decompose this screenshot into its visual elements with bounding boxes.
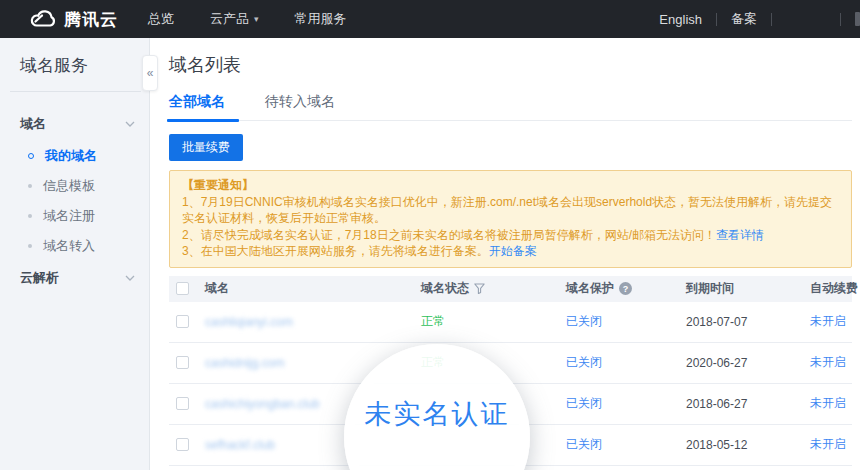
bullet-icon — [28, 244, 32, 248]
tencent-cloud-logo-icon — [30, 9, 57, 29]
filter-icon[interactable] — [474, 283, 485, 294]
notice-text: 2、请尽快完成域名实名认证，7月18日之前未实名的域名将被注册局暂停解析，网站/… — [182, 228, 716, 242]
protection-link[interactable]: 已关闭 — [566, 395, 686, 412]
bulk-renew-button[interactable]: 批量续费 — [169, 134, 243, 161]
important-notice: 【重要通知】 1、7月19日CNNIC审核机构域名实名接口优化中，新注册.com… — [169, 170, 852, 268]
sidebar-item-域名转入[interactable]: 域名转入 — [0, 231, 149, 261]
column-header-label: 域名保护 — [566, 280, 614, 297]
table-row: cashidnijg.com正常已关闭2020-06-27未开启 — [169, 343, 852, 384]
nav-beian[interactable]: 备案 — [731, 10, 757, 28]
notice-line-3: 3、在中国大陆地区开展网站服务，请先将域名进行备案。开始备案 — [182, 243, 839, 260]
expire-date: 2018-07-07 — [686, 315, 810, 329]
sidebar-divider — [10, 91, 141, 92]
select-all-checkbox[interactable] — [176, 282, 189, 295]
protection-link[interactable]: 已关闭 — [566, 436, 686, 453]
sidebar: 域名服务 域名我的域名信息模板域名注册域名转入云解析 — [0, 38, 150, 470]
row-checkbox[interactable] — [176, 438, 189, 451]
notice-link-查看详情[interactable]: 查看详情 — [716, 228, 764, 242]
notice-lines: 1、7月19日CNNIC审核机构域名实名接口优化中，新注册.com/.net域名… — [182, 194, 839, 260]
help-icon[interactable]: ? — [619, 282, 632, 295]
bullet-icon — [28, 184, 32, 188]
chevron-down-icon — [125, 275, 135, 281]
protection-link[interactable]: 已关闭 — [566, 313, 686, 330]
sidebar-section-云解析[interactable]: 云解析 — [0, 261, 149, 295]
table-header: 域名域名状态域名保护?到期时间自动续费 — [169, 276, 852, 302]
column-header-label: 域名状态 — [421, 280, 469, 297]
column-header-到期时间: 到期时间 — [686, 280, 810, 297]
page-title: 域名列表 — [169, 53, 852, 77]
masked-account-area — [786, 13, 826, 25]
nav-item-云产品[interactable]: 云产品▾ — [210, 10, 259, 28]
nav-divider — [716, 13, 717, 26]
notice-line-2: 2、请尽快完成域名实名认证，7月18日之前未实名的域名将被注册局暂停解析，网站/… — [182, 227, 839, 244]
notice-text: 3、在中国大陆地区开展网站服务，请先将域名进行备案。 — [182, 244, 489, 258]
column-header-label: 域名 — [205, 280, 229, 297]
nav-language[interactable]: English — [659, 12, 702, 27]
row-checkbox[interactable] — [176, 315, 189, 328]
column-header-域名: 域名 — [205, 280, 421, 297]
table-row: cashliqianyi.com正常已关闭2018-07-07未开启 — [169, 302, 852, 343]
sidebar-item-label: 域名转入 — [43, 237, 95, 255]
bullet-icon — [28, 153, 34, 159]
expire-date: 2018-05-12 — [686, 438, 810, 452]
sidebar-section-label: 域名 — [20, 115, 46, 133]
auto-renew-link[interactable]: 未开启 — [810, 313, 852, 330]
chevron-down-icon — [125, 121, 135, 127]
sidebar-menu: 域名我的域名信息模板域名注册域名转入云解析 — [0, 107, 149, 295]
sidebar-item-域名注册[interactable]: 域名注册 — [0, 201, 149, 231]
sidebar-item-label: 信息模板 — [43, 177, 95, 195]
sidebar-item-信息模板[interactable]: 信息模板 — [0, 171, 149, 201]
brand-name: 腾讯云 — [64, 8, 118, 31]
column-header-域名保护: 域名保护? — [566, 280, 686, 297]
top-navbar: 腾讯云 总览云产品▾常用服务 English 备案 — [0, 0, 860, 38]
nav-item-常用服务[interactable]: 常用服务 — [295, 10, 347, 28]
column-header-label: 到期时间 — [686, 280, 734, 297]
protection-link[interactable]: 已关闭 — [566, 354, 686, 371]
nav-divider — [771, 13, 772, 26]
sidebar-title: 域名服务 — [0, 38, 149, 77]
notice-text: 1、7月19日CNNIC审核机构域名实名接口优化中，新注册.com/.net域名… — [182, 195, 832, 226]
tab-待转入域名[interactable]: 待转入域名 — [265, 93, 335, 120]
expire-date: 2020-06-27 — [686, 356, 810, 370]
notice-link-开始备案[interactable]: 开始备案 — [489, 244, 537, 258]
auto-renew-link[interactable]: 未开启 — [810, 436, 852, 453]
nav-divider — [840, 13, 841, 26]
sidebar-item-label: 我的域名 — [45, 147, 97, 165]
tab-全部域名[interactable]: 全部域名 — [169, 93, 225, 120]
brand-logo[interactable]: 腾讯云 — [30, 8, 118, 31]
domain-status: 正常 — [421, 313, 566, 330]
sidebar-collapse-button[interactable]: « — [142, 55, 158, 91]
domain-name-blurred[interactable]: cashliqianyi.com — [205, 315, 421, 329]
row-checkbox[interactable] — [176, 397, 189, 410]
row-checkbox[interactable] — [176, 356, 189, 369]
caret-down-icon: ▾ — [254, 15, 259, 24]
watermark-text: 未实名认证 — [365, 396, 510, 470]
bullet-icon — [28, 214, 32, 218]
cropped-nav-icon — [855, 12, 860, 26]
notice-title: 【重要通知】 — [182, 177, 839, 194]
column-header-自动续费: 自动续费 — [810, 280, 858, 297]
sidebar-section-label: 云解析 — [20, 269, 59, 287]
column-header-label: 自动续费 — [810, 280, 858, 297]
auto-renew-link[interactable]: 未开启 — [810, 354, 852, 371]
notice-line-1: 1、7月19日CNNIC审核机构域名实名接口优化中，新注册.com/.net域名… — [182, 194, 839, 227]
tab-bar: 全部域名待转入域名 — [169, 93, 852, 121]
nav-right: English 备案 — [659, 10, 860, 28]
primary-nav: 总览云产品▾常用服务 — [148, 10, 347, 28]
sidebar-item-我的域名[interactable]: 我的域名 — [0, 141, 149, 171]
column-header-域名状态: 域名状态 — [421, 280, 566, 297]
nav-item-总览[interactable]: 总览 — [148, 10, 174, 28]
expire-date: 2018-06-27 — [686, 397, 810, 411]
sidebar-item-label: 域名注册 — [43, 207, 95, 225]
auto-renew-link[interactable]: 未开启 — [810, 395, 852, 412]
collapse-icon: « — [147, 66, 154, 80]
sidebar-section-域名[interactable]: 域名 — [0, 107, 149, 141]
